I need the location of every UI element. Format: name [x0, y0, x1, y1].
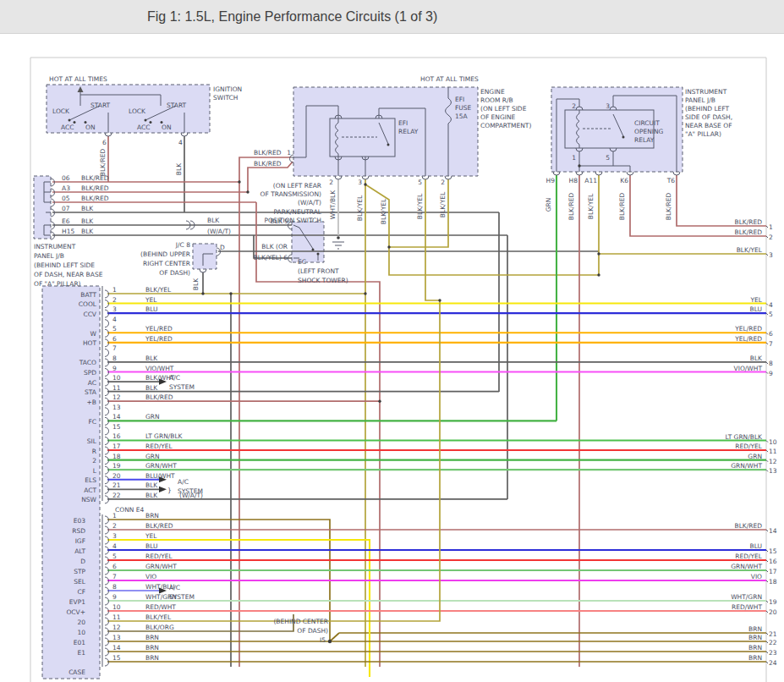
ignition-switch-label: IGNITION — [213, 85, 242, 93]
right-wire-number: 24 — [769, 659, 777, 667]
ecu-pin-label: STP — [74, 568, 85, 575]
pin-arc — [422, 176, 429, 179]
junction-dot — [337, 236, 340, 239]
pin-number: 5 — [112, 325, 117, 333]
efi-pin-number: 1 — [287, 149, 291, 157]
wire-color-label: BLK/RED — [254, 160, 282, 168]
cor-pin-number: 1 — [572, 154, 576, 162]
junction-dot — [246, 190, 249, 193]
wire-color-label: BLK/YEL — [145, 613, 172, 621]
pin-arc — [445, 176, 452, 179]
ip-jb-left-label: (BEHIND LEFT SIDE — [34, 261, 95, 269]
pin-number: 9 — [112, 593, 117, 601]
junction-dot — [387, 245, 390, 248]
wire-color-label: BLU — [750, 542, 762, 550]
ecu-pin-label: RSD — [72, 527, 85, 535]
right-wire-number: 14 — [769, 527, 777, 535]
pin-number: 10 — [112, 374, 121, 382]
efi-pin-number: 2 — [329, 179, 333, 186]
wire-color-label: BLK/RED — [618, 193, 626, 221]
junction-dot — [622, 136, 625, 139]
wiring-diagram-page: Fig 1: 1.5L, Engine Performance Circuits… — [0, 0, 784, 682]
ip-jb-label: INSTRUMENT — [685, 88, 727, 96]
wire-color-label: BLK/RED — [99, 149, 107, 177]
pin-number: 4 — [112, 316, 117, 323]
wire-color-label: BLK — [145, 492, 158, 499]
wire-color-label: BLK/RED — [81, 195, 109, 202]
ecu-pin-label: OCV+ — [66, 608, 85, 616]
ecu-pin-label: SPD — [84, 369, 96, 377]
ign-start-label: START — [167, 102, 187, 109]
engine-room-label: (ON LEFT SIDE — [480, 105, 527, 113]
pnp-label: OF TRANSMISSION) — [260, 190, 322, 198]
wire-color-label: BLK — [81, 205, 94, 212]
wire-color-label: WHT/GRN — [731, 593, 762, 601]
ecu-pin-label: W — [90, 330, 97, 338]
junction-dot — [597, 252, 600, 255]
wire-color-label: YEL/RED — [734, 325, 762, 333]
pin-number: 16 — [112, 432, 121, 440]
connector-id: H8 — [569, 177, 578, 184]
right-wire-number: 18 — [769, 578, 777, 586]
connector-id: H9 — [546, 177, 556, 184]
pin-number: 12 — [112, 624, 121, 631]
ign-acc-label: ACC — [61, 124, 74, 131]
wire-color-label: BLU — [750, 305, 762, 313]
pin-arc — [335, 176, 342, 179]
pin-number: 17 — [112, 443, 121, 450]
wire-color-label: BLK/YEL — [145, 286, 172, 294]
left-jb-connector-box — [34, 176, 51, 239]
wire — [365, 184, 599, 275]
cor-label: CIRCUIT — [634, 119, 660, 127]
wiring-diagram: 1BATTBLK/YEL2COOLYEL3CCVBLU45WYEL/RED6HO… — [0, 0, 784, 682]
pin-arc — [576, 172, 583, 175]
connector-pin-id: H15 — [62, 228, 74, 235]
connector-pin-id: E6 — [62, 217, 70, 225]
wire-color-label: LT GRN/BLK — [145, 432, 184, 440]
wire-color-label: BLK/YEL — [356, 195, 364, 221]
ecu-pin-label: 20 — [77, 619, 85, 626]
junction-dot — [597, 273, 600, 276]
pin-arc — [105, 427, 109, 435]
right-wire-number: 16 — [769, 558, 777, 565]
connector-id: K6 — [620, 177, 628, 184]
efi-pin-number: 2 — [441, 179, 445, 186]
junction-dot — [364, 292, 366, 294]
right-wire-number: 17 — [769, 568, 777, 575]
pin-number: 18 — [112, 453, 121, 460]
pnp-label: (W/A/T) — [298, 199, 321, 206]
wire-color-label: GRN/WHT — [731, 563, 762, 570]
wire-color-label: YEL/RED — [145, 335, 173, 343]
junction-dot — [378, 400, 381, 403]
jc8-label: RIGHT CENTER — [143, 260, 190, 267]
wire-color-label: BLU — [145, 305, 157, 313]
ecu-pin-label: E01 — [74, 639, 86, 646]
wire-color-label: BLK/ORG — [145, 624, 174, 631]
jc8-label: J/C 8 — [175, 241, 190, 249]
wire-color-label: VIO — [145, 573, 156, 580]
pin-arc — [181, 133, 188, 136]
wire-color-label: BLK — [81, 228, 94, 235]
wire-color-label: BLK — [145, 355, 158, 362]
junction-dot — [201, 292, 204, 294]
wire-color-label: BLK — [145, 481, 158, 489]
junction-dot — [69, 119, 71, 122]
pin-number: 13 — [112, 404, 121, 411]
ecu-pin-label: BATT — [80, 291, 96, 299]
junction-dot — [328, 640, 332, 643]
junction-dot — [145, 119, 147, 122]
ecu-pin-label: 2 — [92, 457, 96, 465]
ecu-pin-label: IGF — [75, 537, 85, 545]
wire-color-label: BLK/RED — [145, 522, 173, 530]
right-wire-number: 1 — [769, 223, 773, 231]
wire-color-label: BLK/RED — [254, 149, 282, 157]
ip-jb-label: "A" PILLAR) — [685, 130, 721, 138]
pin-number: 12 — [112, 393, 121, 401]
efi-fuse-label: EFI — [455, 96, 464, 103]
wire-color-label: RED/YEL — [145, 553, 173, 560]
pin-arc — [553, 172, 560, 175]
pin-number: 9 — [112, 365, 117, 372]
ign-on-label: ON — [162, 124, 172, 131]
ignition-switch-label: SWITCH — [213, 94, 238, 102]
pin-number: 14 — [112, 413, 121, 421]
